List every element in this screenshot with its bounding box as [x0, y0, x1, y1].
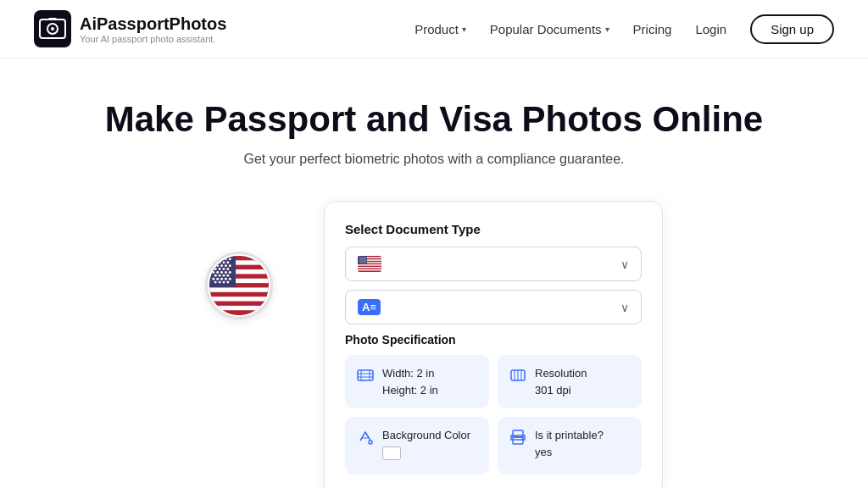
svg-point-35	[220, 271, 223, 274]
svg-rect-56	[358, 267, 381, 268]
svg-point-38	[214, 274, 217, 277]
svg-point-43	[216, 278, 219, 280]
logo-name: AiPassportPhotos	[80, 14, 226, 34]
svg-point-34	[216, 271, 219, 274]
svg-rect-89	[513, 437, 523, 444]
spec-card-bg-color: Background Color	[345, 417, 489, 474]
svg-point-67	[364, 259, 365, 260]
hero-subtitle: Get your perfect biometric photos with a…	[17, 152, 851, 167]
country-dropdown[interactable]: ∨	[345, 247, 642, 281]
svg-point-49	[223, 281, 225, 284]
hero-section: Make Passport and Visa Photos Online Get…	[0, 58, 868, 184]
us-flag-small-icon	[358, 256, 381, 272]
svg-point-59	[359, 258, 359, 258]
logo-icon	[34, 10, 71, 47]
id-badge-icon: A≡	[358, 299, 381, 315]
doc-type-title: Select Document Type	[345, 222, 642, 236]
chevron-down-icon: ∨	[620, 258, 629, 271]
svg-point-75	[363, 263, 364, 263]
svg-point-46	[229, 278, 231, 280]
logo-tagline: Your AI passport photo assistant.	[80, 34, 226, 44]
svg-point-40	[223, 274, 225, 277]
svg-rect-11	[209, 288, 269, 292]
svg-point-71	[364, 261, 364, 262]
main-content: Select Document Type	[0, 184, 868, 488]
logo: AiPassportPhotos Your AI passport photo …	[34, 10, 226, 47]
svg-point-26	[220, 264, 223, 267]
us-flag-icon	[208, 253, 270, 318]
svg-point-27	[225, 264, 227, 267]
svg-point-32	[226, 268, 229, 270]
svg-rect-4	[48, 18, 57, 20]
chevron-down-icon: ▾	[605, 25, 609, 34]
svg-point-30	[219, 268, 221, 270]
spec-printable-text: Is it printable? yes	[535, 427, 604, 460]
nav-link-pricing[interactable]: Pricing	[633, 22, 672, 36]
nav-link-product[interactable]: Product ▾	[415, 22, 466, 36]
flag-circle	[205, 252, 273, 319]
spec-card-resolution: Resolution 301 dpi	[498, 355, 642, 408]
svg-point-68	[359, 261, 359, 262]
chevron-down-icon: ∨	[620, 301, 629, 314]
svg-point-86	[369, 441, 372, 444]
svg-point-70	[362, 261, 363, 262]
spec-grid: Width: 2 in Height: 2 in Resolution 30	[345, 355, 642, 474]
size-icon	[357, 367, 374, 388]
svg-point-28	[229, 264, 231, 267]
svg-point-44	[220, 278, 223, 280]
svg-point-48	[219, 281, 221, 284]
svg-point-39	[219, 274, 221, 277]
svg-point-61	[362, 258, 363, 258]
svg-point-41	[226, 274, 229, 277]
spec-bg-color-text: Background Color	[382, 427, 470, 464]
svg-point-60	[360, 258, 361, 258]
svg-point-50	[226, 281, 229, 284]
login-button[interactable]: Login	[695, 22, 726, 36]
svg-point-62	[364, 258, 364, 258]
svg-point-37	[229, 271, 231, 274]
spec-size-text: Width: 2 in Height: 2 in	[382, 365, 438, 398]
svg-point-15	[212, 258, 214, 261]
flag-circle-wrap	[205, 201, 273, 319]
svg-point-76	[364, 263, 365, 263]
navbar: AiPassportPhotos Your AI passport photo …	[0, 0, 868, 58]
svg-point-66	[363, 259, 364, 260]
svg-point-74	[361, 263, 362, 263]
paint-icon	[357, 429, 374, 450]
svg-point-45	[225, 278, 227, 280]
svg-point-73	[359, 263, 360, 263]
svg-point-3	[51, 27, 54, 30]
document-panel: Select Document Type	[324, 201, 663, 488]
svg-point-90	[521, 437, 523, 439]
svg-point-20	[214, 262, 217, 264]
svg-point-42	[212, 278, 214, 280]
svg-point-31	[223, 268, 225, 270]
svg-rect-77	[358, 370, 373, 380]
svg-point-23	[226, 262, 229, 264]
document-type-dropdown[interactable]: A≡ ∨	[345, 290, 642, 324]
spec-title: Photo Specification	[345, 333, 642, 347]
svg-point-64	[359, 259, 360, 260]
resolution-icon	[509, 367, 526, 388]
svg-point-69	[360, 261, 361, 262]
spec-resolution-text: Resolution 301 dpi	[535, 365, 587, 398]
svg-point-36	[225, 271, 227, 274]
svg-rect-55	[358, 264, 381, 265]
print-icon	[509, 429, 526, 450]
nav-links: Product ▾ Popular Documents ▾ Pricing Lo…	[415, 14, 834, 44]
svg-point-72	[365, 261, 366, 262]
svg-rect-57	[358, 269, 381, 270]
signup-button[interactable]: Sign up	[750, 14, 834, 44]
chevron-down-icon: ▾	[462, 25, 466, 34]
svg-point-65	[361, 259, 362, 260]
svg-point-63	[365, 258, 366, 258]
svg-rect-12	[209, 297, 269, 301]
spec-card-size: Width: 2 in Height: 2 in	[345, 355, 489, 408]
svg-point-16	[216, 258, 219, 261]
svg-point-22	[223, 262, 225, 264]
spec-card-printable: Is it printable? yes	[498, 417, 642, 474]
svg-rect-88	[513, 430, 523, 437]
svg-point-47	[214, 281, 217, 284]
svg-rect-58	[358, 256, 367, 264]
nav-link-popular-documents[interactable]: Popular Documents ▾	[490, 22, 609, 36]
